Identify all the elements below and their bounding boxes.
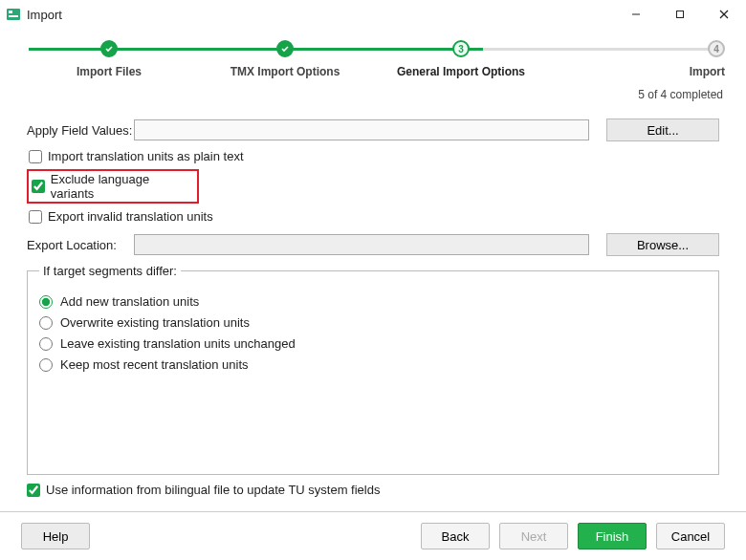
back-button[interactable]: Back bbox=[421, 523, 490, 549]
titlebar: Import bbox=[0, 0, 746, 29]
apply-field-values-input[interactable] bbox=[134, 119, 589, 140]
step-tmx-options: TMX Import Options bbox=[197, 40, 373, 78]
step-check-icon bbox=[276, 40, 294, 57]
step-import-files: Import Files bbox=[21, 40, 197, 78]
export-invalid-checkbox[interactable] bbox=[29, 210, 42, 224]
apply-field-values-label: Apply Field Values: bbox=[27, 123, 134, 138]
browse-button[interactable]: Browse... bbox=[606, 233, 719, 256]
use-bilingual-row: Use information from bilingual file to u… bbox=[27, 483, 380, 497]
main-content: Apply Field Values: Edit... Import trans… bbox=[0, 118, 746, 475]
radio-overwrite[interactable] bbox=[39, 316, 53, 330]
exclude-variants-row: Exclude language variants bbox=[27, 169, 199, 204]
finish-button[interactable]: Finish bbox=[578, 523, 647, 549]
step-import: 4 Import bbox=[549, 40, 725, 78]
plain-text-row: Import translation units as plain text bbox=[27, 147, 719, 165]
step-number-icon: 4 bbox=[708, 40, 725, 57]
step-label: General Import Options bbox=[397, 65, 525, 78]
cancel-button[interactable]: Cancel bbox=[656, 523, 725, 549]
svg-rect-0 bbox=[7, 9, 20, 20]
export-location-input[interactable] bbox=[134, 234, 589, 255]
radio-add-new[interactable] bbox=[39, 295, 53, 309]
svg-rect-1 bbox=[9, 11, 12, 13]
svg-rect-2 bbox=[9, 15, 18, 17]
window-title: Import bbox=[27, 8, 62, 22]
exclude-variants-checkbox[interactable] bbox=[32, 180, 45, 193]
app-icon bbox=[6, 7, 21, 22]
step-general-options: 3 General Import Options bbox=[373, 40, 549, 78]
export-invalid-label: Export invalid translation units bbox=[48, 209, 213, 224]
exclude-variants-label: Exclude language variants bbox=[51, 172, 194, 201]
import-plain-text-label: Import translation units as plain text bbox=[48, 149, 244, 163]
export-invalid-row: Export invalid translation units bbox=[27, 207, 719, 226]
use-bilingual-checkbox[interactable] bbox=[27, 484, 40, 497]
export-location-label: Export Location: bbox=[27, 238, 134, 252]
next-button[interactable]: Next bbox=[499, 523, 568, 549]
radio-add-new-label: Add new translation units bbox=[60, 294, 199, 309]
svg-rect-4 bbox=[677, 11, 684, 18]
step-number-icon: 3 bbox=[452, 40, 470, 57]
footer: Help Back Next Finish Cancel bbox=[0, 512, 746, 560]
radio-keep-recent[interactable] bbox=[39, 358, 53, 372]
radio-overwrite-label: Overwrite existing translation units bbox=[60, 315, 250, 330]
step-label: Import Files bbox=[77, 65, 142, 78]
use-bilingual-label: Use information from bilingual file to u… bbox=[46, 483, 380, 497]
minimize-button[interactable] bbox=[614, 0, 658, 29]
radio-leave-unchanged[interactable] bbox=[39, 337, 53, 351]
maximize-button[interactable] bbox=[658, 0, 702, 29]
edit-button[interactable]: Edit... bbox=[606, 118, 719, 141]
step-label: Import bbox=[690, 65, 725, 78]
group-legend: If target segments differ: bbox=[39, 264, 181, 278]
close-button[interactable] bbox=[702, 0, 746, 29]
help-button[interactable]: Help bbox=[21, 523, 90, 549]
import-plain-text-checkbox[interactable] bbox=[29, 150, 42, 163]
wizard-stepper: Import Files TMX Import Options 3 Genera… bbox=[0, 29, 746, 82]
completion-status: 5 of 4 completed bbox=[0, 82, 746, 113]
target-segments-group: If target segments differ: Add new trans… bbox=[27, 264, 719, 475]
step-label: TMX Import Options bbox=[230, 65, 340, 78]
radio-keep-recent-label: Keep most recent translation units bbox=[60, 357, 249, 372]
radio-leave-unchanged-label: Leave existing translation units unchang… bbox=[60, 336, 296, 351]
step-check-icon bbox=[100, 40, 118, 57]
